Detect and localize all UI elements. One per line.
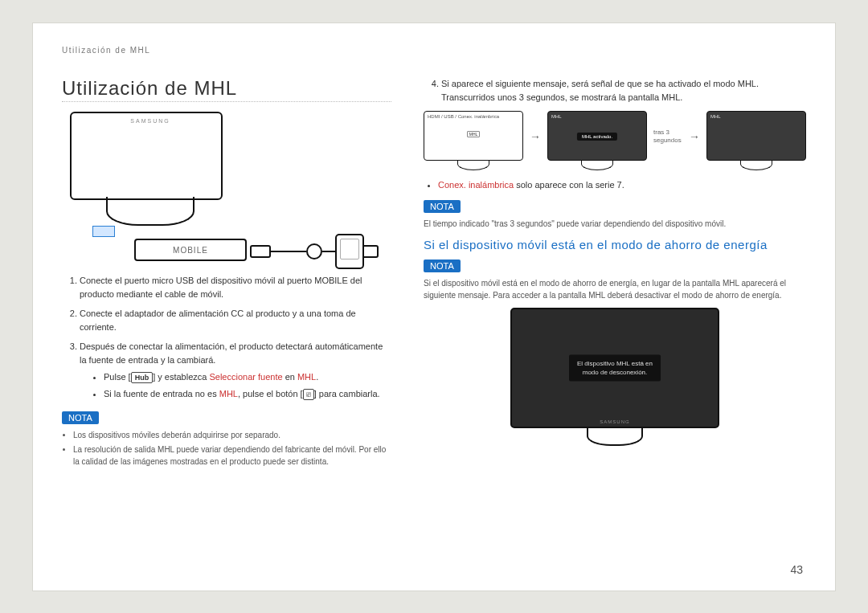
sub-bullet-1: Pulse [Hub] y establezca Seleccionar fue… xyxy=(104,370,391,384)
source-button-icon: ⎚ xyxy=(303,389,314,400)
time-note: El tiempo indicado "tras 3 segundos" pue… xyxy=(424,218,806,230)
step-3: Después de conectar la alimentación, el … xyxy=(80,340,391,401)
arrow-icon: → xyxy=(530,130,541,143)
hub-button-icon: Hub xyxy=(131,372,154,383)
left-notes: Los dispositivos móviles deberán adquiri… xyxy=(62,429,391,468)
page-number: 43 xyxy=(790,563,803,576)
steps-list-right: Si aparece el siguiente mensaje, será se… xyxy=(424,77,806,104)
mhl-corner-label: MHL xyxy=(710,114,721,119)
phone-icon xyxy=(335,234,364,269)
mobile-port-box: MOBILE xyxy=(134,239,247,261)
source-list-label: HDMI / USB / Conex. inalámbrica xyxy=(428,114,499,119)
manual-page: Utilización de MHL Utilización de MHL SA… xyxy=(32,22,836,591)
nota-badge: NOTA xyxy=(424,200,461,213)
left-column: Utilización de MHL SAMSUNG MOBILE xyxy=(62,77,391,472)
mhl-activated-message: MHL activado. xyxy=(577,133,617,141)
sleep-message-box: El dispositivo MHL está en modo de desco… xyxy=(569,355,661,382)
step-4: Si aparece el siguiente mensaje, será se… xyxy=(441,77,806,104)
two-column-layout: Utilización de MHL SAMSUNG MOBILE xyxy=(62,77,806,472)
sleep-note: Si el dispositivo móvil está en el modo … xyxy=(424,277,806,301)
title-rule xyxy=(62,101,391,102)
step-1: Conecte el puerto micro USB del disposit… xyxy=(80,274,391,301)
sleep-screen-illustration: El dispositivo MHL está en modo de desco… xyxy=(424,308,806,449)
mhl-corner-label: MHL xyxy=(551,114,562,119)
steps-list: Conecte el puerto micro USB del disposit… xyxy=(62,274,391,401)
mini-monitor-3: MHL xyxy=(706,111,806,170)
conex-note: Conex. inalámbrica solo aparece con la s… xyxy=(424,178,806,192)
sub-bullets: Pulse [Hub] y establezca Seleccionar fue… xyxy=(80,370,391,401)
monitor-icon: SAMSUNG xyxy=(70,112,231,232)
screen-sequence: HDMI / USB / Conex. inalámbrica MHL → MH… xyxy=(424,111,806,170)
left-note-2: La resolución de salida MHL puede variar… xyxy=(73,443,391,468)
brand-label: SAMSUNG xyxy=(70,118,231,124)
connection-diagram: SAMSUNG MOBILE xyxy=(62,112,367,264)
left-note-1: Los dispositivos móviles deberán adquiri… xyxy=(73,429,391,441)
step-2: Conecte el adaptador de alimentación CC … xyxy=(80,307,391,334)
delay-label: tras 3 segundos xyxy=(653,129,682,144)
mini-monitor-2: MHL MHL activado. xyxy=(547,111,647,170)
arrow-icon: → xyxy=(689,130,700,143)
mobile-port-label: MOBILE xyxy=(173,246,208,255)
nota-badge: NOTA xyxy=(424,260,461,272)
sub-bullet-2: Si la fuente de entrada no es MHL, pulse… xyxy=(104,387,391,401)
running-header: Utilización de MHL xyxy=(62,46,806,55)
section-heading-sleep: Si el dispositivo móvil está en el modo … xyxy=(424,238,806,251)
page-title: Utilización de MHL xyxy=(62,77,391,100)
port-highlight-icon xyxy=(92,226,115,237)
nota-badge: NOTA xyxy=(62,411,99,424)
brand-label: SAMSUNG xyxy=(512,419,718,424)
conex-bullet: Conex. inalámbrica solo aparece con la s… xyxy=(438,178,806,192)
mini-monitor-1: HDMI / USB / Conex. inalámbrica MHL xyxy=(424,111,523,170)
right-column: Si aparece el siguiente mensaje, será se… xyxy=(424,77,806,472)
mhl-option-icon: MHL xyxy=(467,131,481,137)
